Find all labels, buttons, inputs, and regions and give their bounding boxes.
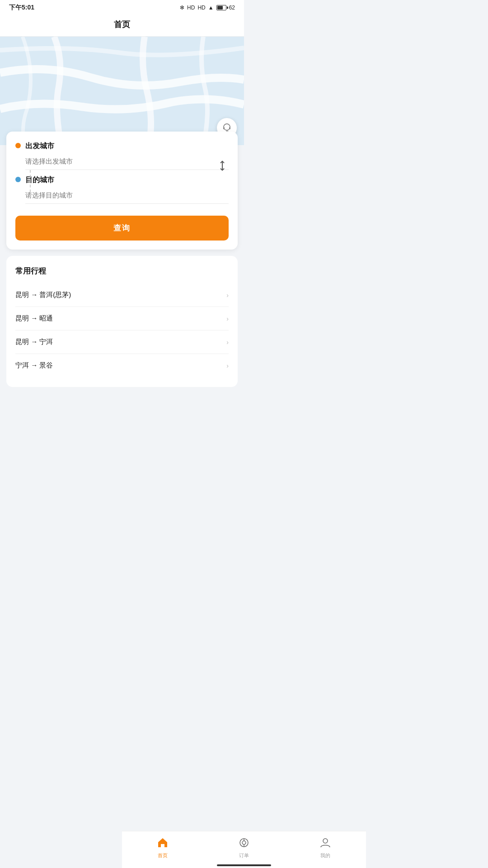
- query-button[interactable]: 查询: [15, 216, 229, 241]
- origin-row: 出发城市: [15, 142, 229, 170]
- chevron-right-icon: ›: [226, 315, 229, 322]
- chevron-right-icon: ›: [226, 339, 229, 346]
- route-text: 昆明 → 宁洱: [15, 338, 53, 346]
- swap-icon: [216, 160, 229, 172]
- common-routes-section: 常用行程 昆明 → 普洱(思茅) › 昆明 → 昭通 › 昆明 → 宁洱 › 宁…: [6, 256, 238, 387]
- map-area: [0, 37, 244, 145]
- battery-level: 62: [229, 5, 235, 11]
- dest-label: 目的城市: [25, 175, 229, 185]
- status-time: 下午5:01: [9, 4, 34, 12]
- svg-rect-3: [229, 127, 230, 129]
- page-title: 首页: [114, 20, 130, 29]
- route-connector: [30, 170, 31, 197]
- signal-icon: HD: [187, 5, 195, 11]
- dest-dot: [15, 177, 21, 182]
- common-routes-title: 常用行程: [15, 266, 229, 276]
- route-text: 昆明 → 普洱(思茅): [15, 291, 71, 299]
- swap-button[interactable]: [216, 160, 229, 172]
- map-svg: [0, 37, 244, 145]
- status-bar: 下午5:01 ✻ HD HD ▲ 62: [0, 0, 244, 14]
- dest-row: 目的城市: [15, 175, 229, 204]
- route-item[interactable]: 宁洱 → 景谷 ›: [15, 354, 229, 377]
- status-icons: ✻ HD HD ▲ 62: [180, 5, 235, 11]
- svg-rect-2: [223, 127, 225, 129]
- origin-dot: [15, 143, 21, 148]
- route-text: 宁洱 → 景谷: [15, 361, 53, 370]
- route-text: 昆明 → 昭通: [15, 314, 53, 323]
- signal-icon2: HD: [197, 5, 205, 11]
- origin-label: 出发城市: [25, 142, 229, 151]
- dest-input[interactable]: [25, 189, 229, 204]
- battery-icon: [216, 5, 226, 10]
- route-item[interactable]: 昆明 → 宁洱 ›: [15, 330, 229, 354]
- route-item[interactable]: 昆明 → 昭通 ›: [15, 307, 229, 330]
- page-header: 首页: [0, 14, 244, 37]
- route-item[interactable]: 昆明 → 普洱(思茅) ›: [15, 283, 229, 307]
- search-card: 出发城市 目的城市 查询: [6, 132, 238, 250]
- chevron-right-icon: ›: [226, 362, 229, 369]
- chevron-right-icon: ›: [226, 292, 229, 299]
- wifi-icon: ▲: [208, 5, 214, 11]
- bluetooth-icon: ✻: [180, 5, 184, 11]
- origin-input[interactable]: [25, 155, 229, 170]
